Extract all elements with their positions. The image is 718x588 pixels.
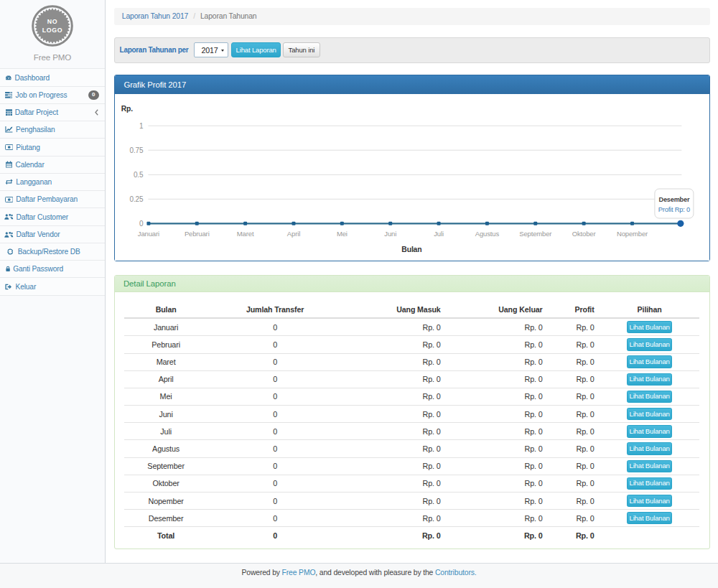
svg-text:Rp.: Rp.	[121, 105, 132, 113]
svg-text:1: 1	[139, 122, 144, 130]
svg-text:0.5: 0.5	[134, 171, 144, 179]
svg-text:NO: NO	[47, 18, 57, 25]
svg-text:Profit Rp: 0: Profit Rp: 0	[658, 206, 689, 213]
svg-text:Juni: Juni	[384, 230, 396, 238]
svg-text:0.75: 0.75	[129, 146, 143, 154]
svg-text:Desember: Desember	[658, 196, 689, 203]
svg-text:Oktober: Oktober	[572, 230, 595, 238]
svg-text:April: April	[286, 230, 299, 238]
svg-text:0.25: 0.25	[129, 195, 143, 203]
svg-text:Bulan: Bulan	[401, 246, 421, 253]
svg-text:Agustus: Agustus	[475, 230, 499, 238]
svg-text:0: 0	[139, 220, 144, 228]
svg-text:September: September	[519, 230, 551, 238]
svg-text:Mei: Mei	[337, 230, 348, 238]
svg-text:Nopember: Nopember	[617, 230, 648, 238]
svg-text:Januari: Januari	[137, 230, 159, 238]
svg-text:Pebruari: Pebruari	[184, 230, 209, 238]
svg-text:Maret: Maret	[236, 230, 253, 238]
svg-text:Juli: Juli	[434, 230, 444, 238]
svg-text:LOGO: LOGO	[42, 27, 62, 34]
